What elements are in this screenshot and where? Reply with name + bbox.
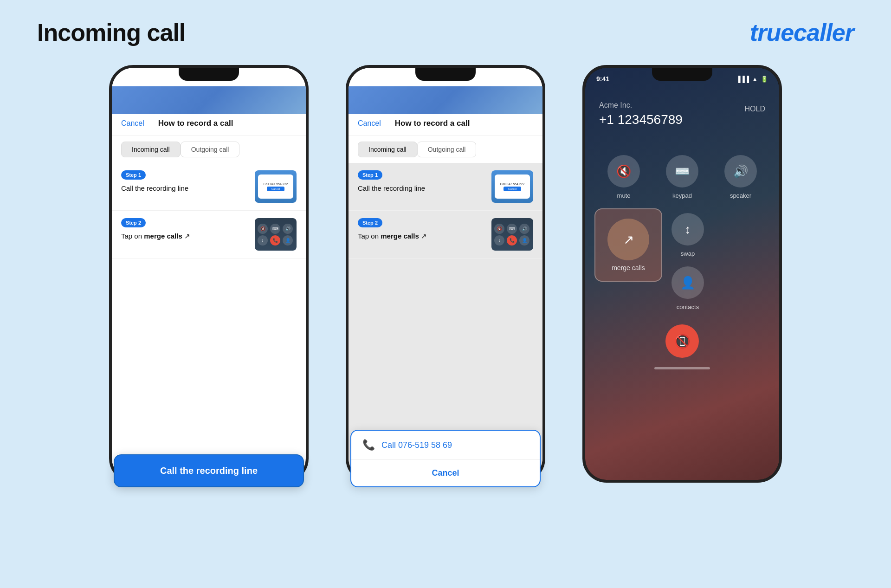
phone1-step1-left: Step 1 Call the recording line — [121, 170, 248, 193]
phone3-wrapper: 9:41 ▐▐▐ ▲ 🔋 Acme Inc. +1 123456789 — [582, 65, 782, 483]
battery-icon: 🔋 — [761, 76, 768, 83]
phone3-frame: 9:41 ▐▐▐ ▲ 🔋 Acme Inc. +1 123456789 — [582, 65, 782, 483]
contacts-icon: 👤 — [680, 276, 695, 290]
phone2-popup-cancel[interactable]: Cancel — [351, 460, 540, 486]
phone3-keypad-circle: ⌨️ — [666, 155, 698, 187]
phone1-step2-thumb: 🔇 ⌨ 🔊 ↕ 📞 👤 — [255, 218, 297, 251]
phone1-wrapper: Cancel How to record a call Incoming cal… — [109, 65, 309, 483]
phone1-step1-text: Call the recording line — [121, 183, 248, 193]
phone2-steps: Step 1 Call the recording line Call 047 … — [349, 163, 542, 470]
phone2-step2-icon: ↗ — [421, 232, 427, 240]
phone3-screen: 9:41 ▐▐▐ ▲ 🔋 Acme Inc. +1 123456789 — [585, 68, 779, 480]
phone2-step2-bold: merge calls — [381, 232, 419, 240]
phone1-step2-text: Tap on merge calls ↗ — [121, 231, 248, 241]
phone1-frame: Cancel How to record a call Incoming cal… — [109, 65, 309, 483]
phone2-thumb2-btn4: ↕ — [494, 235, 504, 246]
wifi-icon: ▲ — [752, 76, 758, 83]
phone1-thumb1-cancel: Cancel — [267, 187, 285, 191]
phone2-thumb2-btn2: ⌨ — [507, 224, 517, 234]
phone3-speaker-label: speaker — [730, 192, 751, 199]
page-title: Incoming call — [37, 19, 185, 46]
phone3-call-screen: 9:41 ▐▐▐ ▲ 🔋 Acme Inc. +1 123456789 — [585, 68, 779, 480]
keypad-icon: ⌨️ — [675, 164, 690, 179]
phone2-wallpaper — [349, 86, 542, 114]
phone2-thumb1-dialog: Call 047 554 222 Cancel — [495, 174, 530, 199]
phone2-tab-outgoing[interactable]: Outgoing call — [417, 142, 477, 157]
phone3-company: Acme Inc. — [599, 101, 683, 110]
phone3-hold: HOLD — [745, 101, 765, 113]
phone1-title: How to record a call — [158, 119, 233, 128]
phone2-notch — [415, 68, 476, 81]
phone2-cancel[interactable]: Cancel — [358, 119, 381, 128]
phone3-mute-btn[interactable]: 🔇 mute — [599, 155, 648, 199]
phone1-thumb2-btn1: 🔇 — [258, 224, 268, 234]
phone3-mute-circle: 🔇 — [607, 155, 640, 187]
signal-icon: ▐▐▐ — [736, 76, 749, 83]
phone3-contacts-btn[interactable]: 👤 contacts — [671, 266, 704, 310]
phone1-record-popup[interactable]: Call the recording line — [114, 454, 304, 487]
phone2-step2: Step 2 Tap on merge calls ↗ 🔇 ⌨ 🔊 — [349, 211, 542, 258]
phone3-side-btns: ↕️ swap 👤 contacts — [671, 208, 704, 310]
phone3-speaker-circle: 🔊 — [724, 155, 757, 187]
phone1-tab-outgoing[interactable]: Outgoing call — [181, 142, 240, 157]
merge-icon: ↗ — [623, 232, 634, 247]
phone2-thumb2-btn1: 🔇 — [494, 224, 504, 234]
phone3-time: 9:41 — [596, 75, 609, 83]
phone3-keypad-label: keypad — [672, 192, 692, 199]
phone3-swap-circle: ↕️ — [671, 213, 704, 246]
phone2-thumb2-grid: 🔇 ⌨ 🔊 ↕ 📞 👤 — [494, 224, 530, 246]
phone2-step2-badge: Step 2 — [358, 218, 382, 227]
phone2-step1-badge: Step 1 — [358, 170, 382, 180]
phone3-merge-box[interactable]: ↗ merge calls — [594, 208, 662, 282]
phone1-step2-left: Step 2 Tap on merge calls ↗ — [121, 218, 248, 241]
phone2-step2-thumb: 🔇 ⌨ 🔊 ↕ 📞 👤 — [491, 218, 533, 251]
phone1-notch — [179, 68, 239, 81]
phone3-contacts-circle: 👤 — [671, 266, 704, 299]
phone2-thumb2-btn3: 🔊 — [519, 224, 529, 234]
speaker-icon: 🔊 — [733, 164, 748, 179]
phone1-steps: Step 1 Call the recording line Call 047 … — [112, 163, 306, 470]
phone1-step2: Step 2 Tap on merge calls ↗ 🔇 ⌨ 🔊 — [112, 211, 306, 258]
phone3-speaker-btn[interactable]: 🔊 speaker — [716, 155, 765, 199]
phone3-swap-label: swap — [681, 250, 695, 257]
phone2-title: How to record a call — [395, 119, 470, 128]
phone2-tab-incoming[interactable]: Incoming call — [358, 142, 417, 157]
phone1-record-btn-text: Call the recording line — [160, 465, 258, 476]
phone3-home-indicator — [654, 367, 710, 369]
phone1-thumb2-btn5: 📞 — [270, 235, 280, 246]
end-call-icon: 📵 — [674, 334, 691, 349]
phone2-popup-call-text: Call 076-519 58 69 — [381, 440, 452, 450]
phone3-end-call-btn[interactable]: 📵 — [665, 324, 699, 358]
phone2-popup-call-option[interactable]: 📞 Call 076-519 58 69 — [351, 431, 540, 460]
phone1-cancel[interactable]: Cancel — [121, 119, 144, 128]
phone1-tabs: Incoming call Outgoing call — [112, 136, 306, 163]
phone3-notch — [652, 68, 712, 81]
phone1-step1-badge: Step 1 — [121, 170, 146, 180]
phone1-thumb2-btn4: ↕ — [258, 235, 268, 246]
phone1-tab-incoming[interactable]: Incoming call — [121, 142, 181, 157]
mute-icon: 🔇 — [616, 164, 631, 179]
phone3-number: +1 123456789 — [599, 112, 683, 127]
phone1-thumb2-btn2: ⌨ — [270, 224, 280, 234]
phone3-end-call-row: 📵 — [585, 324, 779, 358]
phone1-thumb2-grid: 🔇 ⌨ 🔊 ↕ 📞 👤 — [258, 224, 294, 246]
phone1-step2-icon: ↗ — [184, 232, 190, 240]
phone3-merge-label: merge calls — [612, 264, 645, 271]
phone3-swap-btn[interactable]: ↕️ swap — [671, 213, 704, 257]
phone3-contacts-label: contacts — [677, 304, 699, 310]
phone2-thumb2-btn5: 📞 — [507, 235, 517, 246]
phone2-call-popup: 📞 Call 076-519 58 69 Cancel — [350, 430, 541, 487]
phone1-header: Cancel How to record a call — [112, 114, 306, 136]
phone2-header: Cancel How to record a call — [349, 114, 542, 136]
phone2-step2-left: Step 2 Tap on merge calls ↗ — [358, 218, 485, 241]
phone1-thumb2-btn6: 👤 — [283, 235, 293, 246]
phone1-thumb1-line1: Call 047 554 222 — [264, 182, 288, 186]
phone3-merge-circle: ↗ — [607, 219, 649, 260]
phone2-step1-thumb: Call 047 554 222 Cancel — [491, 170, 533, 203]
phone3-keypad-btn[interactable]: ⌨️ keypad — [658, 155, 707, 199]
phone2-step1: Step 1 Call the recording line Call 047 … — [349, 163, 542, 211]
phone2-tabs: Incoming call Outgoing call — [349, 136, 542, 163]
phone2-screen: Cancel How to record a call Incoming cal… — [349, 68, 542, 480]
phone2-wrapper: Cancel How to record a call Incoming cal… — [346, 65, 545, 483]
phone3-mute-label: mute — [617, 192, 631, 199]
